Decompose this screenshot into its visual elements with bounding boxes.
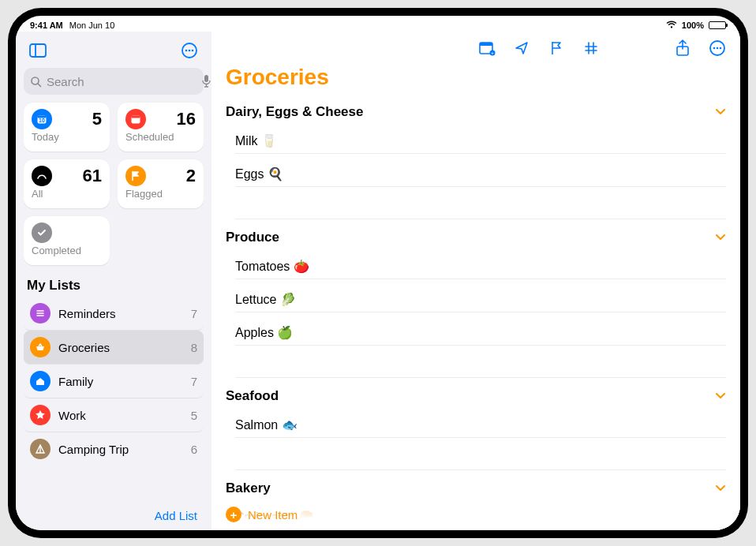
all-label: All [32, 188, 102, 200]
list-count: 7 [191, 375, 197, 388]
more-content-button[interactable] [709, 39, 726, 57]
scheduled-icon [125, 109, 146, 129]
wifi-icon [666, 21, 677, 30]
chevron-down-icon [715, 230, 726, 245]
all-count: 61 [83, 166, 102, 186]
my-lists-header: My Lists [16, 273, 211, 297]
reminder-item[interactable] [226, 191, 726, 223]
tag-button[interactable] [582, 39, 600, 57]
section-title: Bakery [226, 481, 271, 496]
reminder-text [235, 200, 238, 213]
svg-point-26 [713, 47, 716, 50]
reminder-item[interactable]: Tomatoes 🍅 [226, 250, 726, 283]
svg-point-5 [192, 50, 194, 52]
today-count: 5 [92, 109, 102, 129]
section-title: Produce [226, 230, 279, 245]
screen: 9:41 AM Mon Jun 10 100% ••• [16, 16, 740, 530]
template-button[interactable]: + [478, 39, 496, 57]
status-time: 9:41 AM [30, 21, 63, 30]
list-icon [30, 303, 51, 323]
battery-percent: 100% [682, 21, 704, 30]
ipad-frame: 9:41 AM Mon Jun 10 100% ••• [8, 8, 748, 538]
more-sidebar-button[interactable] [178, 39, 200, 62]
reminder-text: Eggs 🍳 [235, 167, 283, 181]
section-header[interactable]: Produce [226, 223, 726, 250]
list-count: 7 [191, 307, 197, 320]
list-icon [30, 439, 51, 459]
svg-point-3 [185, 50, 188, 52]
reminder-item[interactable]: Salmon 🐟 [226, 409, 726, 442]
section-title: Seafood [226, 388, 279, 404]
search-input[interactable] [42, 75, 201, 88]
smart-list-completed[interactable]: Completed [24, 216, 110, 265]
search-icon [30, 76, 42, 88]
search-field[interactable] [24, 68, 204, 95]
sidebar-list-groceries[interactable]: Groceries8 [24, 331, 204, 365]
reminder-text [235, 358, 238, 372]
smart-list-scheduled[interactable]: 16 Scheduled [118, 103, 204, 151]
section-header[interactable]: Seafood [226, 382, 726, 409]
list-icon [30, 371, 51, 391]
dictation-icon[interactable] [201, 74, 211, 88]
flagged-count: 2 [186, 166, 196, 186]
reminder-item[interactable]: Apples 🍏 [226, 316, 726, 350]
status-date: Mon Jun 10 [69, 21, 114, 30]
reminder-item[interactable]: Eggs 🍳 [226, 158, 726, 191]
smart-list-flagged[interactable]: 2 Flagged [118, 159, 204, 208]
sidebar-list-reminders[interactable]: Reminders7 [24, 297, 204, 331]
reminder-text [235, 451, 238, 464]
reminder-text: Lettuce 🥬 [235, 293, 296, 306]
today-label: Today [32, 131, 102, 143]
reminder-item[interactable]: Milk 🥛 [226, 125, 726, 158]
completed-label: Completed [32, 245, 102, 256]
chevron-down-icon [715, 481, 726, 496]
sidebar: 10 5 Today 16 Scheduled [16, 32, 211, 530]
section-header[interactable]: Dairy, Eggs & Cheese [226, 98, 726, 125]
location-button[interactable] [513, 39, 530, 57]
smart-list-all[interactable]: 61 All [24, 159, 110, 208]
svg-text:10: 10 [39, 118, 45, 123]
svg-line-7 [38, 84, 41, 87]
completed-icon [32, 223, 52, 243]
svg-rect-8 [204, 75, 208, 82]
flag-button[interactable] [548, 39, 565, 57]
toggle-sidebar-button[interactable] [27, 39, 49, 62]
section-title: Dairy, Eggs & Cheese [226, 104, 363, 120]
reminder-item[interactable]: Lettuce 🥬 [226, 283, 726, 316]
sidebar-list-camping-trip[interactable]: Camping Trip6 [24, 432, 204, 466]
svg-rect-15 [132, 116, 140, 118]
list-icon [30, 405, 51, 425]
list-name: Camping Trip [58, 443, 183, 456]
svg-point-4 [189, 50, 191, 52]
list-name: Family [58, 375, 183, 388]
today-icon: 10 [32, 109, 52, 129]
list-title: Groceries [211, 58, 740, 98]
list-count: 5 [191, 409, 197, 422]
status-bar: 9:41 AM Mon Jun 10 100% [16, 16, 740, 32]
svg-point-28 [720, 47, 722, 50]
list-name: Reminders [58, 307, 183, 320]
flagged-icon [125, 166, 146, 186]
list-name: Groceries [58, 341, 183, 354]
reminder-text: Apples 🍏 [235, 326, 293, 339]
chevron-down-icon [715, 388, 726, 404]
reminder-item[interactable] [226, 442, 726, 474]
list-count: 6 [191, 443, 197, 456]
list-name: Work [58, 409, 183, 422]
share-button[interactable] [674, 39, 691, 57]
smart-list-today[interactable]: 10 5 Today [24, 103, 110, 151]
sidebar-list-family[interactable]: Family7 [24, 365, 204, 398]
section-header[interactable]: Bakery [226, 474, 726, 501]
new-item-button[interactable]: + New Item [226, 507, 298, 522]
reminder-text: Tomatoes 🍅 [235, 260, 309, 273]
sidebar-list-work[interactable]: Work5 [24, 398, 204, 432]
svg-rect-21 [480, 43, 492, 46]
reminder-item[interactable] [226, 350, 726, 382]
content-pane: + Groceries Dairy, Eggs & CheeseMilk 🥛Eg… [211, 32, 740, 530]
all-icon [32, 166, 52, 186]
svg-rect-0 [30, 44, 46, 57]
list-icon [30, 337, 51, 357]
reminder-item[interactable]: Croissants 🥐 [226, 501, 726, 530]
list-count: 8 [191, 341, 197, 354]
add-list-button[interactable]: Add List [16, 501, 211, 530]
